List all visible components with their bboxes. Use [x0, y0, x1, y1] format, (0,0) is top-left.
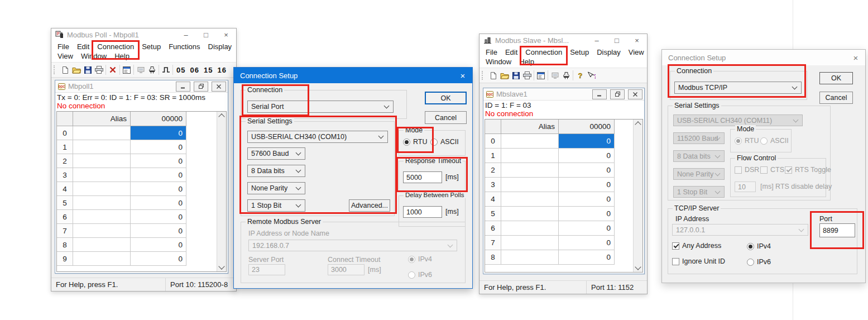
alias-cell[interactable] — [501, 221, 559, 236]
alias-cell[interactable] — [73, 126, 131, 140]
row-number-cell[interactable]: 5 — [485, 207, 501, 221]
menu-item-file[interactable]: File — [482, 47, 501, 57]
menu-item-help[interactable]: Help — [515, 57, 538, 66]
alias-column-header[interactable]: Alias — [73, 112, 131, 126]
maximize-icon[interactable]: □ — [196, 28, 216, 41]
alias-cell[interactable] — [501, 149, 559, 163]
row-number-cell[interactable]: 4 — [485, 192, 501, 207]
row-number-cell[interactable]: 2 — [485, 163, 501, 178]
value-cell[interactable]: 0 — [131, 154, 186, 168]
value-cell[interactable]: 0 — [559, 236, 615, 250]
value-cell[interactable]: 0 — [131, 224, 186, 238]
menu-item-window[interactable]: Window — [482, 57, 515, 66]
scroll-up-icon[interactable] — [218, 113, 224, 120]
value-cell[interactable]: 0 — [131, 238, 186, 252]
value-cell[interactable]: 0 — [131, 168, 186, 182]
value-cell[interactable]: 0 — [131, 182, 186, 196]
print-icon[interactable] — [93, 64, 104, 75]
alias-cell[interactable] — [501, 192, 559, 207]
pulse-icon[interactable] — [160, 64, 171, 75]
row-number-cell[interactable]: 7 — [57, 224, 73, 238]
alias-cell[interactable] — [73, 196, 131, 210]
minimize-icon[interactable]: – — [587, 34, 607, 46]
alias-cell[interactable] — [73, 224, 131, 238]
menu-item-setup[interactable]: Setup — [566, 47, 593, 57]
alias-cell[interactable] — [73, 210, 131, 224]
close-icon[interactable]: × — [846, 50, 865, 65]
port-input[interactable]: 8899 — [819, 223, 855, 237]
row-number-cell[interactable]: 7 — [485, 236, 501, 250]
menu-item-display[interactable]: Display — [593, 47, 625, 57]
menu-item-connection[interactable]: Connection — [521, 47, 566, 57]
value-cell[interactable]: 0 — [559, 178, 615, 192]
maximize-icon[interactable]: □ — [607, 34, 627, 46]
row-number-cell[interactable]: 5 — [57, 196, 73, 210]
doc-restore-icon[interactable] — [194, 82, 208, 92]
alias-cell[interactable] — [73, 140, 131, 154]
value-cell[interactable]: 0 — [131, 210, 186, 224]
menu-item-window[interactable]: Window — [77, 51, 111, 61]
value-cell[interactable]: 0 — [559, 250, 615, 265]
menu-item-help[interactable]: Help — [111, 51, 133, 61]
value-cell[interactable]: 0 — [559, 221, 615, 236]
menu-item-display[interactable]: Display — [204, 42, 236, 51]
rtu-radio[interactable]: RTU — [403, 138, 427, 146]
alias-cell[interactable] — [73, 168, 131, 182]
display-setup-icon[interactable] — [121, 64, 132, 75]
dialog-title-bar[interactable]: Connection Setup × — [234, 68, 472, 83]
toolbar-button-05[interactable]: 05 — [174, 66, 188, 74]
row-number-cell[interactable]: 6 — [57, 210, 73, 224]
menu-item-view[interactable]: View — [625, 47, 648, 57]
alias-cell[interactable] — [501, 236, 559, 250]
alias-cell[interactable] — [501, 178, 559, 192]
poll-title-bar[interactable]: Modbus Poll - Mbpoll1 – □ × — [51, 28, 236, 41]
communication-icon[interactable] — [560, 70, 572, 81]
alias-cell[interactable] — [501, 134, 559, 149]
ok-button[interactable]: OK — [819, 72, 853, 84]
doc-close-icon[interactable] — [628, 89, 642, 99]
row-number-cell[interactable]: 8 — [485, 250, 501, 265]
advanced-button[interactable]: Advanced... — [349, 199, 390, 212]
minimize-icon[interactable]: – — [176, 28, 196, 41]
scroll-down-icon[interactable] — [635, 264, 641, 270]
ignore-unit-id-checkbox[interactable]: Ignore Unit ID — [672, 257, 725, 265]
row-number-cell[interactable]: 2 — [57, 154, 73, 168]
value-cell[interactable]: 0 — [559, 149, 615, 163]
row-number-cell[interactable]: 8 — [57, 238, 73, 252]
display-setup-icon[interactable] — [535, 70, 546, 81]
close-icon[interactable]: × — [627, 34, 647, 46]
close-icon[interactable]: × — [216, 28, 236, 41]
alias-cell[interactable] — [73, 182, 131, 196]
toolbar-button-15[interactable]: 15 — [202, 66, 215, 74]
menu-item-connection[interactable]: Connection — [93, 42, 138, 51]
row-number-cell[interactable]: 0 — [57, 126, 73, 140]
parity-select[interactable]: None Parity — [247, 182, 305, 194]
doc-restore-icon[interactable] — [610, 89, 625, 99]
row-number-cell[interactable]: 3 — [57, 168, 73, 182]
value-cell[interactable]: 0 — [131, 252, 186, 266]
menu-item-view[interactable]: View — [54, 51, 77, 61]
open-file-icon[interactable] — [499, 70, 510, 81]
ipv6-radio[interactable]: IPv6 — [747, 258, 771, 266]
stop-bits-select[interactable]: 1 Stop Bit — [247, 199, 305, 212]
context-help-icon[interactable]: ? — [586, 70, 597, 81]
vertical-scrollbar[interactable] — [217, 112, 226, 271]
menu-item-functions[interactable]: Functions — [165, 42, 204, 51]
alias-cell[interactable] — [73, 238, 131, 252]
print-icon[interactable] — [521, 70, 533, 81]
close-icon[interactable]: × — [453, 68, 472, 83]
save-icon[interactable] — [82, 64, 93, 75]
value-cell[interactable]: 0 — [131, 126, 186, 140]
mbpoll-doc-title-bar[interactable]: DOC Mbpoll1 — [55, 80, 228, 93]
ipv4-radio[interactable]: IPv4 — [747, 242, 771, 250]
response-timeout-input[interactable]: 5000 — [403, 171, 442, 183]
connection-type-select[interactable]: Serial Port — [247, 101, 394, 113]
poll-definition-icon[interactable] — [135, 64, 146, 75]
toolbar-button-16[interactable]: 16 — [215, 66, 228, 74]
row-number-cell[interactable]: 9 — [57, 252, 73, 266]
baud-select[interactable]: 57600 Baud — [247, 147, 305, 160]
doc-close-icon[interactable] — [212, 82, 226, 92]
value-column-header[interactable]: 00000 — [559, 120, 615, 134]
delay-input[interactable]: 1000 — [403, 206, 442, 218]
menu-item-edit[interactable]: Edit — [501, 47, 521, 57]
